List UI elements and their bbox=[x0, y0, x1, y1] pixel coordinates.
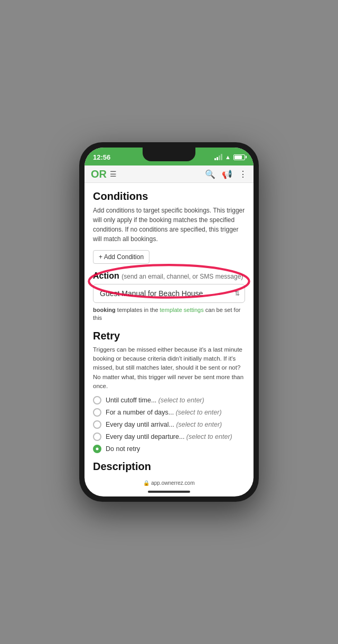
retry-option-3[interactable]: Every day until departure... (select to … bbox=[93, 433, 245, 441]
radio-button-3[interactable] bbox=[93, 433, 101, 441]
retry-description: Triggers can be missed either because it… bbox=[93, 345, 245, 391]
wifi-icon: ▲ bbox=[225, 154, 231, 160]
booking-text: booking bbox=[93, 307, 116, 313]
retry-option-1[interactable]: For a number of days... (select to enter… bbox=[93, 408, 245, 417]
retry-label-4: Do not retry bbox=[106, 445, 140, 453]
hamburger-icon[interactable]: ☰ bbox=[110, 170, 117, 178]
url-text: app.ownerrez.com bbox=[151, 480, 194, 486]
radio-button-0[interactable] bbox=[93, 396, 101, 404]
lock-icon: 🔒 bbox=[143, 480, 149, 486]
conditions-title: Conditions bbox=[93, 190, 245, 203]
signal-icon bbox=[214, 154, 222, 160]
search-icon[interactable]: 🔍 bbox=[205, 169, 215, 179]
action-subtitle: (send an email, channel, or SMS message) bbox=[121, 273, 243, 280]
action-section: Action (send an email, channel, or SMS m… bbox=[93, 271, 245, 323]
retry-radio-group: Until cutoff time... (select to enter) F… bbox=[93, 396, 245, 453]
url-bar: 🔒 app.ownerrez.com bbox=[84, 478, 253, 487]
content-area: Conditions Add conditions to target spec… bbox=[84, 183, 253, 478]
conditions-description: Add conditions to target specific bookin… bbox=[93, 206, 245, 244]
add-condition-button[interactable]: + Add Condition bbox=[93, 250, 149, 264]
retry-label-0: Until cutoff time... (select to enter) bbox=[106, 397, 204, 404]
status-time: 12:56 bbox=[93, 153, 110, 161]
retry-label-2: Every day until arrival... (select to en… bbox=[106, 421, 222, 428]
home-bar bbox=[148, 491, 190, 493]
retry-option-2[interactable]: Every day until arrival... (select to en… bbox=[93, 420, 245, 429]
notch bbox=[143, 148, 195, 161]
retry-label-1: For a number of days... (select to enter… bbox=[106, 409, 222, 416]
description-title: Description bbox=[93, 461, 245, 473]
retry-label-3: Every day until departure... (select to … bbox=[106, 433, 232, 440]
action-title: Action (send an email, channel, or SMS m… bbox=[93, 271, 245, 281]
action-select-wrapper: Guest Manual for Beach HouseOption 2Opti… bbox=[93, 284, 245, 303]
megaphone-icon[interactable]: 📢 bbox=[222, 169, 232, 179]
phone-shell: 12:56 ▲ OR ☰ 🔍 📢 ⋮ bbox=[79, 142, 259, 502]
home-indicator bbox=[84, 487, 253, 496]
header-actions: 🔍 📢 ⋮ bbox=[205, 169, 247, 179]
battery-icon bbox=[233, 154, 245, 160]
logo-area: OR ☰ bbox=[91, 169, 117, 179]
radio-button-4[interactable] bbox=[93, 445, 101, 453]
app-header: OR ☰ 🔍 📢 ⋮ bbox=[84, 165, 253, 183]
conditions-section: Conditions Add conditions to target spec… bbox=[93, 190, 245, 271]
template-note: booking templates in the template settin… bbox=[93, 306, 245, 323]
more-options-icon[interactable]: ⋮ bbox=[239, 169, 247, 179]
app-logo: OR bbox=[91, 169, 107, 179]
template-settings-link[interactable]: template settings bbox=[160, 307, 204, 313]
status-icons: ▲ bbox=[214, 154, 245, 160]
radio-button-1[interactable] bbox=[93, 408, 101, 417]
retry-option-4[interactable]: Do not retry bbox=[93, 445, 245, 453]
action-select[interactable]: Guest Manual for Beach HouseOption 2Opti… bbox=[93, 284, 245, 303]
retry-section: Retry Triggers can be missed either beca… bbox=[93, 330, 245, 453]
radio-button-2[interactable] bbox=[93, 420, 101, 429]
retry-option-0[interactable]: Until cutoff time... (select to enter) bbox=[93, 396, 245, 404]
description-section: Description bbox=[93, 461, 245, 473]
retry-title: Retry bbox=[93, 330, 245, 342]
phone-screen: 12:56 ▲ OR ☰ 🔍 📢 ⋮ bbox=[84, 148, 253, 496]
